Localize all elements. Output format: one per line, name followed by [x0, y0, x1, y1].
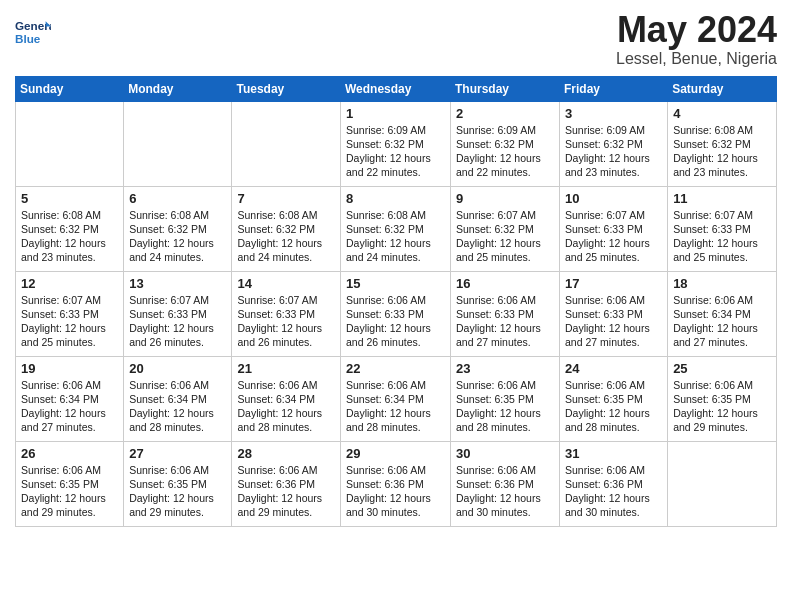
- day-number: 15: [346, 276, 445, 291]
- day-info: Sunrise: 6:09 AMSunset: 6:32 PMDaylight:…: [456, 123, 554, 180]
- day-info: Sunrise: 6:07 AMSunset: 6:33 PMDaylight:…: [673, 208, 771, 265]
- svg-text:Blue: Blue: [15, 32, 41, 45]
- day-cell: 20Sunrise: 6:06 AMSunset: 6:34 PMDayligh…: [124, 356, 232, 441]
- day-cell: 30Sunrise: 6:06 AMSunset: 6:36 PMDayligh…: [451, 441, 560, 526]
- calendar-title: May 2024: [616, 10, 777, 50]
- day-cell: 27Sunrise: 6:06 AMSunset: 6:35 PMDayligh…: [124, 441, 232, 526]
- day-number: 12: [21, 276, 118, 291]
- day-cell: 31Sunrise: 6:06 AMSunset: 6:36 PMDayligh…: [560, 441, 668, 526]
- day-cell: 7Sunrise: 6:08 AMSunset: 6:32 PMDaylight…: [232, 186, 341, 271]
- header-cell-friday: Friday: [560, 76, 668, 101]
- day-number: 19: [21, 361, 118, 376]
- day-cell: [124, 101, 232, 186]
- day-info: Sunrise: 6:06 AMSunset: 6:34 PMDaylight:…: [237, 378, 335, 435]
- day-info: Sunrise: 6:08 AMSunset: 6:32 PMDaylight:…: [237, 208, 335, 265]
- day-number: 30: [456, 446, 554, 461]
- day-number: 17: [565, 276, 662, 291]
- day-number: 13: [129, 276, 226, 291]
- day-number: 24: [565, 361, 662, 376]
- day-number: 28: [237, 446, 335, 461]
- day-cell: 26Sunrise: 6:06 AMSunset: 6:35 PMDayligh…: [16, 441, 124, 526]
- day-cell: 21Sunrise: 6:06 AMSunset: 6:34 PMDayligh…: [232, 356, 341, 441]
- header-cell-sunday: Sunday: [16, 76, 124, 101]
- day-cell: 24Sunrise: 6:06 AMSunset: 6:35 PMDayligh…: [560, 356, 668, 441]
- day-number: 21: [237, 361, 335, 376]
- calendar-table: SundayMondayTuesdayWednesdayThursdayFrid…: [15, 76, 777, 527]
- day-number: 10: [565, 191, 662, 206]
- day-cell: 28Sunrise: 6:06 AMSunset: 6:36 PMDayligh…: [232, 441, 341, 526]
- day-info: Sunrise: 6:06 AMSunset: 6:36 PMDaylight:…: [237, 463, 335, 520]
- day-number: 31: [565, 446, 662, 461]
- day-number: 29: [346, 446, 445, 461]
- day-number: 18: [673, 276, 771, 291]
- day-cell: 6Sunrise: 6:08 AMSunset: 6:32 PMDaylight…: [124, 186, 232, 271]
- day-info: Sunrise: 6:06 AMSunset: 6:35 PMDaylight:…: [456, 378, 554, 435]
- day-info: Sunrise: 6:06 AMSunset: 6:35 PMDaylight:…: [565, 378, 662, 435]
- day-cell: 19Sunrise: 6:06 AMSunset: 6:34 PMDayligh…: [16, 356, 124, 441]
- day-info: Sunrise: 6:06 AMSunset: 6:36 PMDaylight:…: [456, 463, 554, 520]
- day-number: 25: [673, 361, 771, 376]
- header-cell-tuesday: Tuesday: [232, 76, 341, 101]
- day-number: 11: [673, 191, 771, 206]
- day-info: Sunrise: 6:06 AMSunset: 6:34 PMDaylight:…: [21, 378, 118, 435]
- day-cell: 3Sunrise: 6:09 AMSunset: 6:32 PMDaylight…: [560, 101, 668, 186]
- week-row-1: 1Sunrise: 6:09 AMSunset: 6:32 PMDaylight…: [16, 101, 777, 186]
- day-cell: 16Sunrise: 6:06 AMSunset: 6:33 PMDayligh…: [451, 271, 560, 356]
- day-cell: 23Sunrise: 6:06 AMSunset: 6:35 PMDayligh…: [451, 356, 560, 441]
- day-number: 6: [129, 191, 226, 206]
- day-info: Sunrise: 6:07 AMSunset: 6:33 PMDaylight:…: [565, 208, 662, 265]
- header-row: SundayMondayTuesdayWednesdayThursdayFrid…: [16, 76, 777, 101]
- day-info: Sunrise: 6:06 AMSunset: 6:34 PMDaylight:…: [346, 378, 445, 435]
- day-cell: 1Sunrise: 6:09 AMSunset: 6:32 PMDaylight…: [341, 101, 451, 186]
- day-number: 7: [237, 191, 335, 206]
- day-info: Sunrise: 6:09 AMSunset: 6:32 PMDaylight:…: [565, 123, 662, 180]
- day-cell: 25Sunrise: 6:06 AMSunset: 6:35 PMDayligh…: [668, 356, 777, 441]
- day-cell: 11Sunrise: 6:07 AMSunset: 6:33 PMDayligh…: [668, 186, 777, 271]
- day-info: Sunrise: 6:08 AMSunset: 6:32 PMDaylight:…: [21, 208, 118, 265]
- day-cell: 17Sunrise: 6:06 AMSunset: 6:33 PMDayligh…: [560, 271, 668, 356]
- day-info: Sunrise: 6:07 AMSunset: 6:33 PMDaylight:…: [129, 293, 226, 350]
- header: General Blue May 2024 Lessel, Benue, Nig…: [15, 10, 777, 68]
- logo-icon: General Blue: [15, 14, 51, 50]
- week-row-3: 12Sunrise: 6:07 AMSunset: 6:33 PMDayligh…: [16, 271, 777, 356]
- day-cell: 22Sunrise: 6:06 AMSunset: 6:34 PMDayligh…: [341, 356, 451, 441]
- day-cell: 4Sunrise: 6:08 AMSunset: 6:32 PMDaylight…: [668, 101, 777, 186]
- day-info: Sunrise: 6:06 AMSunset: 6:33 PMDaylight:…: [565, 293, 662, 350]
- day-number: 8: [346, 191, 445, 206]
- week-row-5: 26Sunrise: 6:06 AMSunset: 6:35 PMDayligh…: [16, 441, 777, 526]
- day-info: Sunrise: 6:06 AMSunset: 6:35 PMDaylight:…: [129, 463, 226, 520]
- day-info: Sunrise: 6:08 AMSunset: 6:32 PMDaylight:…: [346, 208, 445, 265]
- day-number: 26: [21, 446, 118, 461]
- day-number: 1: [346, 106, 445, 121]
- day-number: 22: [346, 361, 445, 376]
- day-cell: 10Sunrise: 6:07 AMSunset: 6:33 PMDayligh…: [560, 186, 668, 271]
- header-cell-monday: Monday: [124, 76, 232, 101]
- day-cell: 5Sunrise: 6:08 AMSunset: 6:32 PMDaylight…: [16, 186, 124, 271]
- day-number: 23: [456, 361, 554, 376]
- day-cell: 8Sunrise: 6:08 AMSunset: 6:32 PMDaylight…: [341, 186, 451, 271]
- day-cell: 13Sunrise: 6:07 AMSunset: 6:33 PMDayligh…: [124, 271, 232, 356]
- day-cell: 14Sunrise: 6:07 AMSunset: 6:33 PMDayligh…: [232, 271, 341, 356]
- header-cell-wednesday: Wednesday: [341, 76, 451, 101]
- day-info: Sunrise: 6:06 AMSunset: 6:33 PMDaylight:…: [346, 293, 445, 350]
- day-number: 27: [129, 446, 226, 461]
- day-number: 14: [237, 276, 335, 291]
- day-cell: [232, 101, 341, 186]
- day-info: Sunrise: 6:06 AMSunset: 6:33 PMDaylight:…: [456, 293, 554, 350]
- week-row-2: 5Sunrise: 6:08 AMSunset: 6:32 PMDaylight…: [16, 186, 777, 271]
- day-info: Sunrise: 6:09 AMSunset: 6:32 PMDaylight:…: [346, 123, 445, 180]
- day-number: 9: [456, 191, 554, 206]
- header-cell-thursday: Thursday: [451, 76, 560, 101]
- day-cell: 9Sunrise: 6:07 AMSunset: 6:32 PMDaylight…: [451, 186, 560, 271]
- day-number: 5: [21, 191, 118, 206]
- day-number: 4: [673, 106, 771, 121]
- day-info: Sunrise: 6:07 AMSunset: 6:33 PMDaylight:…: [237, 293, 335, 350]
- day-cell: 29Sunrise: 6:06 AMSunset: 6:36 PMDayligh…: [341, 441, 451, 526]
- day-cell: [668, 441, 777, 526]
- day-info: Sunrise: 6:06 AMSunset: 6:36 PMDaylight:…: [346, 463, 445, 520]
- day-number: 3: [565, 106, 662, 121]
- day-info: Sunrise: 6:07 AMSunset: 6:32 PMDaylight:…: [456, 208, 554, 265]
- day-info: Sunrise: 6:08 AMSunset: 6:32 PMDaylight:…: [129, 208, 226, 265]
- day-info: Sunrise: 6:06 AMSunset: 6:34 PMDaylight:…: [673, 293, 771, 350]
- day-info: Sunrise: 6:07 AMSunset: 6:33 PMDaylight:…: [21, 293, 118, 350]
